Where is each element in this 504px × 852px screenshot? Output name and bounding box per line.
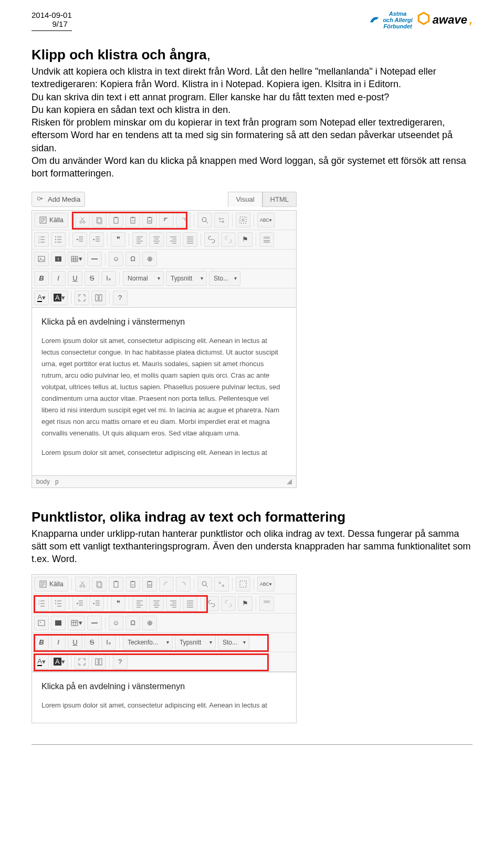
paste-word-button[interactable]: W: [142, 577, 157, 591]
bullet-list-button[interactable]: [51, 232, 66, 247]
blockquote-button[interactable]: ❞: [111, 232, 125, 247]
path-body[interactable]: body: [36, 478, 50, 485]
table-button[interactable]: ▾: [68, 252, 85, 266]
paste-word-button[interactable]: W: [142, 213, 157, 227]
align-center-button[interactable]: [149, 596, 164, 611]
specialchar-button[interactable]: Ω: [125, 252, 140, 266]
editor-content-area-2[interactable]: Klicka på en avdelning i vänstermenyn Lo…: [32, 672, 297, 723]
align-right-button[interactable]: [166, 596, 181, 611]
paste-text-button[interactable]: T: [125, 577, 140, 591]
textcolor-button[interactable]: A▾: [34, 290, 49, 305]
tab-html[interactable]: HTML: [262, 192, 297, 207]
hr-button[interactable]: [87, 252, 102, 266]
bold-button[interactable]: B: [34, 635, 49, 650]
hr-button[interactable]: [87, 616, 102, 630]
removeformat-button[interactable]: Iₓ: [101, 271, 116, 286]
iframe-button[interactable]: ⊕: [142, 252, 157, 266]
cut-button[interactable]: [75, 577, 90, 591]
unlink-button[interactable]: [221, 232, 236, 247]
bold-button[interactable]: B: [34, 271, 49, 286]
more-button[interactable]: [259, 596, 274, 611]
numbered-list-button[interactable]: 12: [34, 596, 49, 611]
table-button[interactable]: ▾: [68, 616, 85, 630]
flash-button[interactable]: [51, 616, 66, 630]
spellcheck-button[interactable]: ABC▾: [257, 577, 275, 591]
italic-button[interactable]: I: [51, 271, 66, 286]
strike-button[interactable]: S: [85, 271, 99, 286]
anchor-button[interactable]: ⚑: [238, 596, 253, 611]
align-center-button[interactable]: [149, 232, 164, 247]
source-button[interactable]: Källa: [34, 577, 68, 591]
replace-button[interactable]: ba: [214, 577, 229, 591]
image-button[interactable]: [34, 616, 49, 630]
showblocks-button[interactable]: [91, 290, 106, 305]
numbered-list-button[interactable]: 123: [34, 232, 49, 247]
smiley-button[interactable]: ☺: [109, 252, 123, 266]
specialchar-button[interactable]: Ω: [125, 616, 140, 630]
italic-button[interactable]: I: [51, 635, 66, 650]
copy-button[interactable]: [92, 213, 107, 227]
format-select[interactable]: Normal: [123, 271, 164, 286]
link-button[interactable]: [204, 596, 219, 611]
maximize-button[interactable]: [75, 654, 89, 669]
unlink-button[interactable]: [221, 596, 236, 611]
spellcheck-button[interactable]: ABC▾: [257, 213, 275, 227]
selectall-button[interactable]: [236, 213, 250, 227]
underline-button[interactable]: U: [68, 271, 82, 286]
cut-button[interactable]: [75, 213, 90, 227]
add-media-button[interactable]: Add Media: [32, 192, 85, 207]
redo-button[interactable]: [176, 213, 191, 227]
tab-visual[interactable]: Visual: [228, 192, 262, 207]
svg-point-24: [55, 239, 56, 240]
format-select[interactable]: Teckenfo...: [123, 635, 173, 650]
size-select[interactable]: Sto...: [218, 635, 249, 650]
indent-button[interactable]: [89, 596, 104, 611]
path-p[interactable]: p: [55, 478, 59, 485]
removeformat-button[interactable]: Iₓ: [101, 635, 116, 650]
resize-handle-icon[interactable]: [287, 479, 292, 484]
indent-button[interactable]: [89, 232, 104, 247]
smiley-button[interactable]: ☺: [109, 616, 123, 630]
align-justify-button[interactable]: [183, 232, 197, 247]
redo-button[interactable]: [176, 577, 191, 591]
find-button[interactable]: [197, 577, 212, 591]
source-button[interactable]: Källa: [34, 213, 68, 227]
copy-button[interactable]: [92, 577, 107, 591]
align-right-button[interactable]: [166, 232, 181, 247]
bgcolor-button[interactable]: A▾: [51, 654, 68, 669]
outdent-button[interactable]: [72, 596, 87, 611]
outdent-button[interactable]: [72, 232, 87, 247]
undo-button[interactable]: [159, 577, 174, 591]
size-select[interactable]: Sto...: [209, 271, 240, 286]
paste-button[interactable]: [109, 213, 123, 227]
about-button[interactable]: ?: [113, 654, 128, 669]
underline-button[interactable]: U: [68, 635, 82, 650]
iframe-button[interactable]: ⊕: [142, 616, 157, 630]
find-button[interactable]: [197, 213, 212, 227]
textcolor-button[interactable]: A▾: [34, 654, 49, 669]
header-meta: 2014-09-01 9/17: [32, 11, 72, 31]
align-left-button[interactable]: [132, 596, 147, 611]
selectall-button[interactable]: [236, 577, 250, 591]
paste-text-button[interactable]: T: [125, 213, 140, 227]
paste-button[interactable]: [109, 577, 123, 591]
replace-button[interactable]: ba: [214, 213, 229, 227]
blockquote-button[interactable]: ❞: [111, 596, 125, 611]
undo-button[interactable]: [159, 213, 174, 227]
link-button[interactable]: [204, 232, 219, 247]
bullet-list-button[interactable]: [51, 596, 66, 611]
strike-button[interactable]: S: [85, 635, 99, 650]
font-select[interactable]: Typsnitt: [166, 271, 207, 286]
align-left-button[interactable]: [132, 232, 147, 247]
showblocks-button[interactable]: [91, 654, 106, 669]
editor-content-area[interactable]: Klicka på en avdelning i vänstermenyn Lo…: [32, 308, 297, 476]
about-button[interactable]: ?: [113, 290, 128, 305]
align-justify-button[interactable]: [183, 596, 197, 611]
font-select[interactable]: Typsnitt: [175, 635, 216, 650]
more-button[interactable]: [259, 232, 274, 247]
anchor-button[interactable]: ⚑: [238, 232, 253, 247]
image-button[interactable]: [34, 252, 49, 266]
maximize-button[interactable]: [75, 290, 89, 305]
bgcolor-button[interactable]: A▾: [51, 290, 68, 305]
flash-button[interactable]: f: [51, 252, 66, 266]
